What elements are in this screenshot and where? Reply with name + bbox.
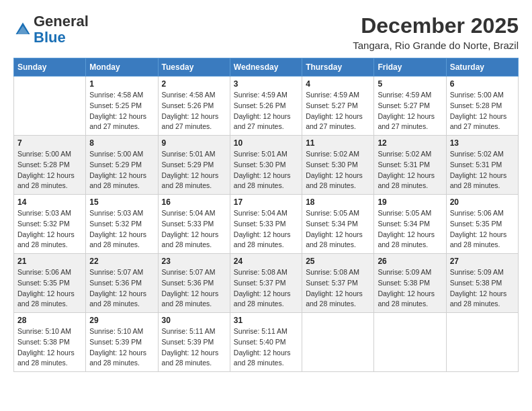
day-number: 8	[89, 138, 154, 148]
location-title: Tangara, Rio Grande do Norte, Brazil	[353, 40, 519, 51]
day-number: 22	[89, 257, 154, 266]
table-row: 9Sunrise: 5:01 AM Sunset: 5:29 PM Daylig…	[158, 136, 230, 195]
logo-text: General Blue	[34, 13, 89, 46]
table-row: 18Sunrise: 5:05 AM Sunset: 5:34 PM Dayli…	[302, 195, 374, 254]
table-row: 10Sunrise: 5:01 AM Sunset: 5:30 PM Dayli…	[230, 136, 302, 195]
header-wednesday: Wednesday	[230, 58, 302, 77]
table-row: 25Sunrise: 5:08 AM Sunset: 5:37 PM Dayli…	[302, 254, 374, 313]
day-number: 20	[450, 197, 515, 207]
day-info: Sunrise: 5:02 AM Sunset: 5:31 PM Dayligh…	[450, 149, 515, 191]
week-row-4: 21Sunrise: 5:06 AM Sunset: 5:35 PM Dayli…	[14, 254, 519, 313]
day-info: Sunrise: 5:08 AM Sunset: 5:37 PM Dayligh…	[234, 267, 298, 310]
table-row: 13Sunrise: 5:02 AM Sunset: 5:31 PM Dayli…	[446, 136, 518, 195]
day-info: Sunrise: 5:10 AM Sunset: 5:39 PM Dayligh…	[89, 326, 154, 369]
day-info: Sunrise: 5:00 AM Sunset: 5:29 PM Dayligh…	[89, 149, 154, 191]
table-row: 24Sunrise: 5:08 AM Sunset: 5:37 PM Dayli…	[230, 254, 302, 313]
logo-icon	[13, 20, 32, 39]
day-number: 24	[234, 257, 298, 266]
day-info: Sunrise: 5:01 AM Sunset: 5:29 PM Dayligh…	[162, 149, 226, 191]
day-info: Sunrise: 5:02 AM Sunset: 5:31 PM Dayligh…	[378, 149, 442, 191]
header-saturday: Saturday	[446, 58, 518, 77]
table-row: 2Sunrise: 4:58 AM Sunset: 5:26 PM Daylig…	[158, 77, 230, 136]
table-row: 21Sunrise: 5:06 AM Sunset: 5:35 PM Dayli…	[14, 254, 86, 313]
table-row: 31Sunrise: 5:11 AM Sunset: 5:40 PM Dayli…	[230, 313, 302, 372]
day-number: 28	[17, 316, 82, 325]
day-info: Sunrise: 5:05 AM Sunset: 5:34 PM Dayligh…	[378, 208, 442, 250]
day-number: 7	[17, 138, 82, 148]
month-title: December 2025	[353, 13, 519, 38]
day-number: 27	[450, 257, 515, 266]
week-row-1: 1Sunrise: 4:58 AM Sunset: 5:25 PM Daylig…	[14, 77, 519, 136]
table-row: 19Sunrise: 5:05 AM Sunset: 5:34 PM Dayli…	[374, 195, 446, 254]
day-info: Sunrise: 5:11 AM Sunset: 5:40 PM Dayligh…	[234, 326, 298, 369]
day-info: Sunrise: 4:59 AM Sunset: 5:26 PM Dayligh…	[234, 90, 298, 132]
day-info: Sunrise: 5:03 AM Sunset: 5:32 PM Dayligh…	[89, 208, 154, 250]
day-number: 23	[162, 257, 226, 266]
table-row: 29Sunrise: 5:10 AM Sunset: 5:39 PM Dayli…	[86, 313, 158, 372]
day-number: 3	[234, 79, 298, 89]
day-info: Sunrise: 5:05 AM Sunset: 5:34 PM Dayligh…	[306, 208, 370, 250]
day-number: 18	[306, 197, 370, 207]
table-row	[374, 313, 446, 372]
table-row: 17Sunrise: 5:04 AM Sunset: 5:33 PM Dayli…	[230, 195, 302, 254]
day-info: Sunrise: 5:01 AM Sunset: 5:30 PM Dayligh…	[234, 149, 298, 191]
day-number: 1	[89, 79, 154, 89]
day-number: 31	[234, 316, 298, 325]
table-row: 28Sunrise: 5:10 AM Sunset: 5:38 PM Dayli…	[14, 313, 86, 372]
table-row: 23Sunrise: 5:07 AM Sunset: 5:36 PM Dayli…	[158, 254, 230, 313]
day-number: 4	[306, 79, 370, 89]
day-number: 13	[450, 138, 515, 148]
day-number: 6	[450, 79, 515, 89]
day-number: 14	[17, 197, 82, 207]
header-sunday: Sunday	[14, 58, 86, 77]
day-number: 9	[162, 138, 226, 148]
day-info: Sunrise: 5:03 AM Sunset: 5:32 PM Dayligh…	[17, 208, 82, 250]
day-info: Sunrise: 5:06 AM Sunset: 5:35 PM Dayligh…	[450, 208, 515, 250]
logo-general: General	[34, 13, 89, 30]
day-number: 12	[378, 138, 442, 148]
day-number: 26	[378, 257, 442, 266]
logo: General Blue	[13, 13, 89, 46]
day-info: Sunrise: 4:59 AM Sunset: 5:27 PM Dayligh…	[378, 90, 442, 132]
day-info: Sunrise: 4:59 AM Sunset: 5:27 PM Dayligh…	[306, 90, 370, 132]
table-row: 12Sunrise: 5:02 AM Sunset: 5:31 PM Dayli…	[374, 136, 446, 195]
table-row: 11Sunrise: 5:02 AM Sunset: 5:30 PM Dayli…	[302, 136, 374, 195]
table-row	[446, 313, 518, 372]
table-row: 8Sunrise: 5:00 AM Sunset: 5:29 PM Daylig…	[86, 136, 158, 195]
day-number: 17	[234, 197, 298, 207]
day-info: Sunrise: 5:10 AM Sunset: 5:38 PM Dayligh…	[17, 326, 82, 369]
title-area: December 2025 Tangara, Rio Grande do Nor…	[353, 13, 519, 51]
table-row: 1Sunrise: 4:58 AM Sunset: 5:25 PM Daylig…	[86, 77, 158, 136]
table-row: 27Sunrise: 5:09 AM Sunset: 5:38 PM Dayli…	[446, 254, 518, 313]
day-info: Sunrise: 5:04 AM Sunset: 5:33 PM Dayligh…	[234, 208, 298, 250]
day-info: Sunrise: 4:58 AM Sunset: 5:25 PM Dayligh…	[89, 90, 154, 132]
day-info: Sunrise: 5:06 AM Sunset: 5:35 PM Dayligh…	[17, 267, 82, 310]
header-monday: Monday	[86, 58, 158, 77]
weekday-header-row: Sunday Monday Tuesday Wednesday Thursday…	[14, 58, 519, 77]
day-info: Sunrise: 5:08 AM Sunset: 5:37 PM Dayligh…	[306, 267, 370, 310]
day-info: Sunrise: 4:58 AM Sunset: 5:26 PM Dayligh…	[162, 90, 226, 132]
day-info: Sunrise: 5:09 AM Sunset: 5:38 PM Dayligh…	[378, 267, 442, 310]
header-thursday: Thursday	[302, 58, 374, 77]
table-row	[302, 313, 374, 372]
day-number: 30	[162, 316, 226, 325]
header-friday: Friday	[374, 58, 446, 77]
day-info: Sunrise: 5:09 AM Sunset: 5:38 PM Dayligh…	[450, 267, 515, 310]
day-info: Sunrise: 5:02 AM Sunset: 5:30 PM Dayligh…	[306, 149, 370, 191]
day-info: Sunrise: 5:07 AM Sunset: 5:36 PM Dayligh…	[89, 267, 154, 310]
day-number: 11	[306, 138, 370, 148]
day-number: 2	[162, 79, 226, 89]
page-header: General Blue December 2025 Tangara, Rio …	[13, 13, 519, 51]
table-row: 30Sunrise: 5:11 AM Sunset: 5:39 PM Dayli…	[158, 313, 230, 372]
day-info: Sunrise: 5:07 AM Sunset: 5:36 PM Dayligh…	[162, 267, 226, 310]
header-tuesday: Tuesday	[158, 58, 230, 77]
table-row: 20Sunrise: 5:06 AM Sunset: 5:35 PM Dayli…	[446, 195, 518, 254]
day-number: 19	[378, 197, 442, 207]
table-row: 7Sunrise: 5:00 AM Sunset: 5:28 PM Daylig…	[14, 136, 86, 195]
day-number: 29	[89, 316, 154, 325]
week-row-3: 14Sunrise: 5:03 AM Sunset: 5:32 PM Dayli…	[14, 195, 519, 254]
calendar-table: Sunday Monday Tuesday Wednesday Thursday…	[13, 58, 519, 372]
table-row: 22Sunrise: 5:07 AM Sunset: 5:36 PM Dayli…	[86, 254, 158, 313]
table-row: 16Sunrise: 5:04 AM Sunset: 5:33 PM Dayli…	[158, 195, 230, 254]
table-row: 3Sunrise: 4:59 AM Sunset: 5:26 PM Daylig…	[230, 77, 302, 136]
